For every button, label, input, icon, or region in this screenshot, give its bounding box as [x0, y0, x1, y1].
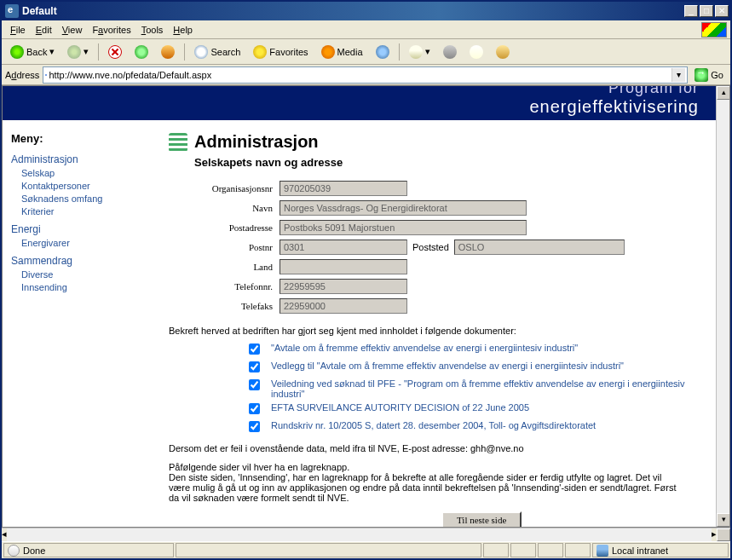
address-field-wrap: ▾	[43, 66, 688, 84]
menu-favorites[interactable]: Favorites	[87, 23, 135, 37]
menu-help[interactable]: Help	[168, 23, 198, 37]
forward-icon	[67, 45, 81, 59]
field-fax: 22959000	[280, 298, 407, 314]
info-contact: Dersom det er feil i ovenstående data, m…	[169, 443, 680, 453]
window-title: Default	[22, 5, 684, 17]
field-navn: Norges Vassdrags- Og Energidirektorat	[280, 200, 527, 216]
refresh-icon	[135, 45, 148, 59]
page-title: Administrasjon	[194, 132, 319, 152]
label-navn: Navn	[169, 203, 280, 213]
doc-row: Rundskriv nr. 10/2005 S, datert 28. dese…	[245, 420, 707, 435]
main: Administrasjon Selskapets navn og adress…	[169, 132, 707, 527]
field-postadr: Postboks 5091 Majorstuen	[280, 220, 527, 235]
menu-file[interactable]: File	[5, 23, 31, 37]
address-dropdown-button[interactable]: ▾	[671, 68, 685, 82]
media-icon	[321, 45, 335, 59]
browser-window: Default _ □ ✕ File Edit View Favorites T…	[0, 0, 732, 560]
scroll-up-button[interactable]: ▴	[717, 86, 730, 100]
favorites-button[interactable]: Favorites	[248, 43, 313, 61]
doc-link[interactable]: "Avtale om å fremme effektiv anvendelse …	[271, 343, 578, 353]
page-title-icon	[169, 133, 187, 152]
doc-link[interactable]: Rundskriv nr. 10/2005 S, datert 28. dese…	[271, 420, 596, 430]
doc-row: "Avtale om å fremme effektiv anvendelse …	[245, 343, 707, 357]
sidebar-item[interactable]: Søknadens omfang	[21, 193, 143, 204]
sidebar-item[interactable]: Energivarer	[21, 238, 143, 248]
print-icon	[443, 45, 457, 59]
sidebar-group[interactable]: Administrasjon	[11, 153, 143, 165]
menu-edit[interactable]: Edit	[31, 23, 57, 37]
doc-checkbox[interactable]	[249, 344, 260, 355]
sidebar-item[interactable]: Selskap	[21, 168, 143, 178]
info-instructions: Påfølgende sider vil hver ha en lagrekna…	[169, 462, 680, 503]
confirm-text: Bekreft herved at bedriften har gjort se…	[169, 326, 707, 336]
doc-row: EFTA SURVEILANCE AUTORITY DECISION of 22…	[245, 402, 707, 417]
history-icon	[376, 45, 389, 59]
chevron-down-icon: ▾	[49, 46, 55, 57]
go-button[interactable]: Go	[691, 67, 727, 83]
sidebar-group[interactable]: Energi	[11, 223, 143, 235]
label-orgnr: Organisasjonsnr	[169, 183, 280, 193]
doc-link[interactable]: Veiledning ved søknad til PFE - "Program…	[271, 378, 707, 399]
stop-button[interactable]	[103, 43, 127, 61]
search-button[interactable]: Search	[189, 43, 245, 61]
media-button[interactable]: Media	[316, 43, 368, 61]
field-poststed: OSLO	[454, 240, 625, 255]
sidebar-item[interactable]: Innsending	[21, 282, 143, 292]
close-button[interactable]: ✕	[715, 5, 729, 17]
search-icon	[194, 45, 208, 59]
doc-checkbox[interactable]	[249, 379, 260, 390]
minimize-button[interactable]: _	[684, 5, 698, 17]
sidebar-item[interactable]: Kriterier	[21, 206, 143, 216]
scrollbar-horizontal[interactable]: ◂ ▸	[2, 528, 730, 541]
folder-icon	[496, 45, 510, 59]
history-button[interactable]	[371, 43, 395, 61]
forward-button[interactable]: ▾	[62, 43, 94, 61]
label-fax: Telefaks	[169, 301, 280, 311]
menu-tools[interactable]: Tools	[136, 23, 169, 37]
doc-checkbox[interactable]	[249, 421, 260, 432]
next-button[interactable]: Til neste side	[441, 511, 522, 527]
addressbar: Address ▾ Go	[2, 65, 730, 85]
page: Program for energieffektivisering Meny: …	[3, 86, 716, 527]
back-button[interactable]: Back ▾	[5, 43, 60, 61]
viewport: Program for energieffektivisering Meny: …	[2, 85, 730, 528]
security-zone: Local intranet	[592, 543, 729, 557]
doc-checkbox[interactable]	[249, 403, 260, 414]
home-icon	[161, 45, 175, 59]
doc-link[interactable]: EFTA SURVEILANCE AUTORITY DECISION of 22…	[271, 402, 529, 413]
refresh-button[interactable]	[130, 43, 153, 61]
maximize-button[interactable]: □	[700, 5, 713, 17]
doc-row: Veiledning ved søknad til PFE - "Program…	[245, 378, 707, 399]
toolbar: Back ▾ ▾ Search Favorites Media ▾	[2, 39, 730, 65]
windows-logo-icon	[701, 22, 727, 38]
scroll-down-button[interactable]: ▾	[717, 513, 730, 527]
banner: Program for energieffektivisering	[3, 86, 716, 120]
sidebar-item[interactable]: Diverse	[21, 269, 143, 280]
document-icon	[470, 45, 483, 59]
sidebar-group[interactable]: Sammendrag	[11, 255, 143, 267]
menu-view[interactable]: View	[57, 23, 88, 37]
sidebar-title: Meny:	[11, 132, 143, 145]
ie-icon	[5, 4, 19, 18]
status-text: Done	[3, 543, 174, 557]
address-input[interactable]	[47, 69, 671, 81]
chevron-down-icon: ▾	[425, 46, 430, 57]
label-postadr: Postadresse	[169, 222, 280, 233]
sidebar-item[interactable]: Kontaktpersoner	[21, 181, 143, 191]
folder-button[interactable]	[491, 43, 515, 61]
edit-doc-button[interactable]	[464, 43, 488, 61]
statusbar: Done Local intranet	[2, 541, 730, 558]
label-poststed: Poststed	[407, 242, 454, 252]
field-land	[280, 259, 407, 274]
scrollbar-vertical[interactable]: ▴ ▾	[716, 86, 729, 527]
titlebar: Default _ □ ✕	[2, 2, 730, 20]
label-tlf: Telefonnr.	[169, 281, 280, 292]
print-button[interactable]	[438, 43, 462, 61]
page-icon	[45, 74, 47, 76]
chevron-down-icon: ▾	[84, 46, 89, 57]
doc-checkbox[interactable]	[249, 361, 260, 372]
doc-link[interactable]: Vedlegg til "Avtale om å fremme effektiv…	[271, 361, 624, 371]
mail-button[interactable]: ▾	[404, 43, 435, 61]
stop-icon	[108, 45, 122, 59]
home-button[interactable]	[156, 43, 180, 61]
